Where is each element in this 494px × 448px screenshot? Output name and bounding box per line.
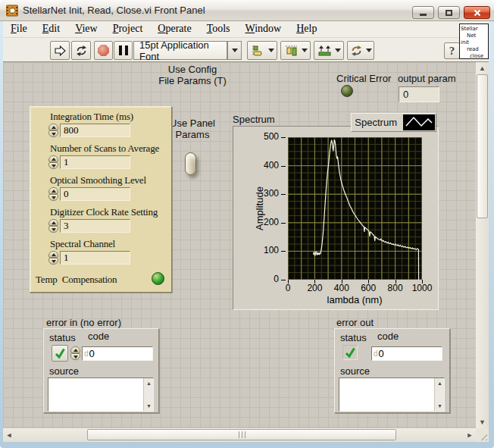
output-param-value: 0 (399, 86, 439, 102)
error-in-status-indicator[interactable] (52, 345, 68, 362)
distribute-objects-button[interactable] (280, 41, 311, 60)
scroll-down-icon: ▼ (435, 403, 445, 409)
numeric-field[interactable]: 0 (60, 187, 130, 201)
help-button[interactable]: ? (444, 42, 460, 59)
menu-item-tools[interactable]: Tools (199, 21, 238, 37)
control-label: Digitizer Clock Rate Setting (50, 206, 158, 218)
vi-icon-text: Stellar (461, 27, 488, 32)
labview-window: StellarNet Init, Read, Close.vi Front Pa… (0, 0, 494, 448)
radix-indicator: d (372, 347, 379, 360)
error-in-source-field[interactable]: ▲ ▼ (48, 378, 154, 412)
scroll-left-icon[interactable]: ◄ (3, 428, 15, 442)
toolbar: 15pt Application Font ? (3, 38, 489, 62)
vertical-scrollbar[interactable]: ▲ ▼ (476, 62, 489, 428)
vertical-scrollbar-thumb[interactable] (477, 74, 488, 218)
abort-button[interactable] (94, 41, 113, 60)
run-continuously-button[interactable] (71, 41, 91, 60)
run-button[interactable] (50, 41, 70, 60)
x-tick-label: 800 (382, 283, 409, 293)
vi-icon-text: read (467, 47, 488, 52)
x-axis-label: lambda (nm) (327, 294, 383, 305)
vi-icon[interactable]: StellarNetinitreadclose (459, 23, 489, 59)
y-tick-label: 300 (250, 188, 279, 199)
source-label: source (49, 365, 79, 377)
reorder-objects-button[interactable] (347, 41, 374, 60)
error-out-label: error out (336, 317, 374, 328)
error-in-cluster: status code d 0 source ▲ ▼ (43, 328, 159, 413)
y-tick-mark (281, 251, 286, 252)
scroll-down-icon[interactable]: ▼ (476, 416, 489, 428)
menu-item-operate[interactable]: Operate (150, 21, 199, 37)
x-tick-label: 200 (301, 283, 328, 293)
plot-legend-waveform-icon (403, 114, 435, 130)
distribute-objects-icon (284, 45, 299, 57)
chevron-down-icon (366, 49, 372, 52)
plot-legend[interactable]: Spectrum (351, 113, 436, 132)
plot-area[interactable] (288, 137, 422, 280)
critical-error-label: Critical Error (336, 73, 391, 84)
numeric-field[interactable]: 3 (60, 219, 130, 233)
reorder-objects-icon (350, 45, 363, 57)
x-tick-mark (342, 280, 342, 284)
numeric-spinner[interactable] (48, 251, 58, 265)
labview-app-icon (6, 5, 18, 17)
menu-item-help[interactable]: Help (289, 21, 324, 37)
y-tick-mark (281, 137, 286, 138)
numeric-spinner[interactable] (48, 155, 58, 169)
use-config-toggle-switch[interactable] (185, 152, 196, 175)
resize-objects-icon (317, 45, 332, 57)
menu-item-view[interactable]: View (67, 21, 105, 37)
numeric-field[interactable]: 1 (60, 251, 130, 265)
front-panel: Use Config File Params (T) Use Panel Par… (3, 62, 476, 428)
source-scrollbar[interactable]: ▲ ▼ (143, 378, 153, 411)
minimize-button[interactable] (412, 6, 434, 19)
output-param-label: output param (398, 73, 456, 84)
y-tick-mark (281, 166, 286, 167)
menu-item-window[interactable]: Window (238, 21, 289, 37)
menu-item-project[interactable]: Project (105, 21, 151, 37)
pause-button[interactable] (114, 41, 133, 60)
acquisition-settings-cluster: Temp Compensation Integration Time (ms)8… (30, 106, 172, 293)
temp-compensation-led[interactable] (152, 272, 164, 285)
numeric-spinner[interactable] (48, 219, 58, 233)
horizontal-scrollbar[interactable]: ◄ ► (3, 428, 476, 442)
plot-legend-name: Spectrum (355, 117, 397, 128)
close-button[interactable] (464, 6, 490, 19)
error-out-cluster: status code d 0 source ▲ ▼ (334, 328, 450, 413)
y-tick-label: 500 (250, 131, 279, 142)
align-objects-button[interactable] (247, 41, 277, 60)
numeric-field[interactable]: 800 (60, 124, 130, 137)
x-tick-mark (422, 280, 423, 284)
numeric-field[interactable]: 1 (60, 155, 130, 169)
menu-item-file[interactable]: File (3, 21, 35, 37)
error-out-status-indicator (342, 345, 358, 360)
error-in-code-spinner[interactable] (70, 346, 80, 360)
status-label: status (49, 332, 76, 343)
y-tick-label: 400 (250, 160, 279, 171)
menu-item-edit[interactable]: Edit (35, 21, 67, 37)
horizontal-scrollbar-thumb[interactable] (87, 429, 396, 440)
scroll-up-icon: ▲ (435, 380, 445, 387)
font-selector-dropdown-button[interactable] (227, 41, 242, 60)
font-selector[interactable]: 15pt Application Font (133, 41, 227, 60)
scroll-down-icon: ▼ (144, 403, 154, 409)
menubar: FileEditViewProjectOperateToolsWindowHel… (3, 21, 489, 38)
source-label: source (340, 365, 370, 377)
temp-compensation-label: Temp Compensation (36, 274, 117, 286)
spectrum-graph: Amplitude lambda (nm) 010020030040050002… (233, 126, 439, 310)
chevron-down-icon (268, 49, 274, 52)
status-label: status (340, 332, 367, 343)
numeric-spinner[interactable] (48, 187, 58, 201)
maximize-button[interactable] (438, 6, 460, 19)
vi-icon-text: close (470, 54, 488, 59)
source-scrollbar[interactable]: ▲ ▼ (434, 378, 444, 411)
control-label: Spectral Channel (50, 238, 115, 250)
numeric-spinner[interactable] (48, 124, 58, 137)
chevron-down-icon (302, 49, 308, 52)
resize-grip[interactable] (480, 433, 487, 440)
resize-objects-button[interactable] (314, 41, 344, 60)
scroll-right-icon[interactable]: ► (464, 428, 476, 442)
scroll-up-icon[interactable]: ▲ (476, 62, 489, 74)
pause-icon (119, 45, 122, 55)
error-in-code-field[interactable]: d 0 (82, 346, 153, 361)
